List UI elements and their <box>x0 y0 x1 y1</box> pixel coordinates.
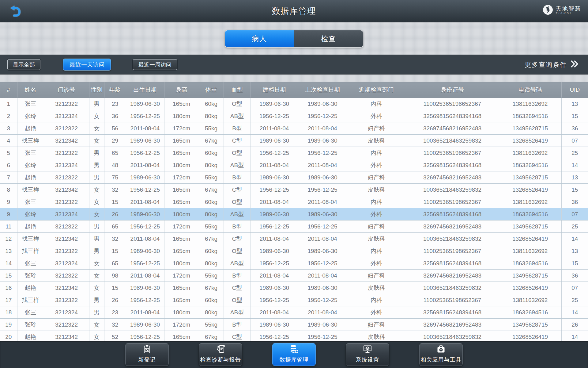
table-cell: 18 <box>0 306 17 319</box>
table-cell: 165cm <box>164 147 199 159</box>
table-cell: 3212342 <box>44 331 89 341</box>
nav-related-apps-tools-button[interactable]: 相关应用与工具 <box>419 343 463 366</box>
table-row[interactable]: 15张玲3212322女982011-08-04172cm55kgB型2011-… <box>0 270 588 282</box>
table-cell: 52 <box>104 331 126 341</box>
table-cell: 1989-06-30 <box>126 245 164 257</box>
table-cell: 26 <box>104 208 126 220</box>
table-cell: 男 <box>89 294 104 306</box>
brand-name: 天地智慧 <box>556 6 581 12</box>
filter-last-week-button[interactable]: 最近一周访问 <box>133 59 177 70</box>
table-cell: 13811632692 <box>499 98 561 110</box>
table-cell: 3212324 <box>44 159 89 171</box>
table-cell: 3 <box>0 122 17 135</box>
table-cell: 325698156248394168 <box>406 257 499 270</box>
table-row[interactable]: 6张玲3212324男482011-08-04180cm80kgAB型2011-… <box>0 159 588 171</box>
table-cell: 3212342 <box>44 282 89 294</box>
nav-database-management-button[interactable]: 数据库管理 <box>272 343 316 366</box>
table-cell: 326974568216952483 <box>406 270 499 282</box>
table-cell: 32 <box>104 184 126 196</box>
table-cell: 100365218463259832 <box>406 282 499 294</box>
medical-bag-icon <box>436 343 446 355</box>
table-cell: 14 <box>561 159 588 171</box>
table-cell: 100365218463259832 <box>406 135 499 147</box>
nav-exam-diagnosis-report-button[interactable]: 检查诊断与报告 <box>199 343 242 366</box>
table-cell: 13 <box>561 98 588 110</box>
table-cell: 男 <box>89 147 104 159</box>
table-cell: 1989-06-30 <box>126 171 164 184</box>
table-row[interactable]: 19张玲3212322女321989-06-30172cm55kgB型1989-… <box>0 319 588 331</box>
table-cell: 75 <box>104 171 126 184</box>
table-row[interactable]: 7赵艳3212322男751989-06-30172cm55kgB型1989-0… <box>0 171 588 184</box>
table-cell: 2011-08-04 <box>126 270 164 282</box>
table-cell: 110025365198652367 <box>406 196 499 208</box>
table-cell: 1989-06-30 <box>298 282 347 294</box>
table-cell: 55kg <box>199 220 224 233</box>
table-cell: 1989-06-30 <box>298 171 347 184</box>
table-cell: 18632694516 <box>499 159 561 171</box>
table-cell: 1989-06-30 <box>298 245 347 257</box>
table-cell: 36 <box>561 270 588 282</box>
table-cell: 67kg <box>199 135 224 147</box>
table-cell: AB型 <box>224 110 251 122</box>
table-cell: 张三 <box>17 147 44 159</box>
column-header: 性别 <box>89 82 104 98</box>
table-row[interactable]: 9张玲3212324女261989-06-30180cm80kgAB型1989-… <box>0 208 588 220</box>
table-row[interactable]: 8找三样3212342女321956-12-25165cm67kgC型1956-… <box>0 184 588 196</box>
table-cell: 3212342 <box>44 135 89 147</box>
table-cell: 赵艳 <box>17 331 44 341</box>
nav-new-registration-button[interactable]: 新登记 <box>125 343 169 366</box>
table-cell: 男 <box>89 159 104 171</box>
table-cell: 18632694516 <box>499 257 561 270</box>
table-row[interactable]: 13找三样3212322男151989-06-30165cm60kgO型1989… <box>0 245 588 257</box>
table-row[interactable]: 20赵艳3212342女521956-12-25165cm67kgC型1956-… <box>0 331 588 341</box>
brand-subtext: TIANDI <box>556 12 581 15</box>
table-row[interactable]: 14张三3212324女651956-12-25180cm80kgAB型1956… <box>0 257 588 270</box>
table-row[interactable]: 5张三3212322男651956-12-25165cm60kgO型1956-1… <box>0 147 588 159</box>
table-row[interactable]: 1张三3212322男231989-06-30165cm60kgO型1989-0… <box>0 98 588 110</box>
table-cell: 15 <box>104 245 126 257</box>
table-cell: 1989-06-30 <box>251 135 298 147</box>
table-row[interactable]: 4找三样3212342女291989-06-30165cm67kgC型1989-… <box>0 135 588 147</box>
table-cell: 1989-06-30 <box>251 282 298 294</box>
table-cell: 1956-12-25 <box>251 147 298 159</box>
table-row[interactable]: 11赵艳3212322男651956-12-25172cm55kgB型1956-… <box>0 220 588 233</box>
table-row[interactable]: 18张三3212324男232011-08-04180cm80kgAB型2011… <box>0 306 588 319</box>
filter-last-day-button[interactable]: 最近一天访问 <box>63 59 111 71</box>
table-cell: 100365218463259832 <box>406 331 499 341</box>
table-row[interactable]: 2张玲3212324女361956-12-25180cm80kgAB型1956-… <box>0 110 588 122</box>
table-cell: 172cm <box>164 220 199 233</box>
double-chevron-right-icon <box>571 60 579 69</box>
table-cell: 110025365198652367 <box>406 98 499 110</box>
table-cell: 165cm <box>164 233 199 245</box>
table-cell: 外科 <box>347 306 406 319</box>
table-cell: 56 <box>104 122 126 135</box>
table-cell: 80kg <box>199 159 224 171</box>
column-header: 出生日期 <box>126 82 164 98</box>
more-query-conditions-link[interactable]: 更多查询条件 <box>525 60 579 69</box>
table-cell: 找三样 <box>17 245 44 257</box>
table-row[interactable]: 3赵艳3212322女562011-08-04172cm55kgB型2011-0… <box>0 122 588 135</box>
filter-show-all-button[interactable]: 显示全部 <box>7 59 40 70</box>
table-cell: 180cm <box>164 208 199 220</box>
table-cell: 3212324 <box>44 257 89 270</box>
table-cell: 2011-08-04 <box>298 306 347 319</box>
table-row[interactable]: 12找三样3212342男322011-08-04165cm67kgC型2011… <box>0 233 588 245</box>
table-cell: 赵艳 <box>17 171 44 184</box>
table-cell: 1956-12-25 <box>251 257 298 270</box>
table-cell: 皮肤科 <box>347 282 406 294</box>
table-cell: 11 <box>0 220 17 233</box>
table-row[interactable]: 17找三样3212322男261956-12-25165cm60kgO型1956… <box>0 294 588 306</box>
table-cell: 15 <box>104 196 126 208</box>
table-row[interactable]: 9张三3212322女152011-08-04165cm60kgO型2011-0… <box>0 196 588 208</box>
column-header: 上次检查日期 <box>298 82 347 98</box>
table-cell: 13811632692 <box>499 147 561 159</box>
table-cell: 2011-08-04 <box>126 122 164 135</box>
nav-system-settings-button[interactable]: 系统设置 <box>346 343 389 366</box>
patient-table-container[interactable]: #姓名门诊号性别年龄出生日期身高体重血型建档日期上次检查日期近期检查部门身份证号… <box>0 82 588 341</box>
table-row[interactable]: 16赵艳3212342女151989-06-30165cm67kgC型1989-… <box>0 282 588 294</box>
tab-examination[interactable]: 检查 <box>294 30 363 47</box>
table-cell: 男 <box>89 171 104 184</box>
table-cell: B型 <box>224 171 251 184</box>
table-cell: 皮肤科 <box>347 331 406 341</box>
tab-patient[interactable]: 病人 <box>225 30 294 47</box>
